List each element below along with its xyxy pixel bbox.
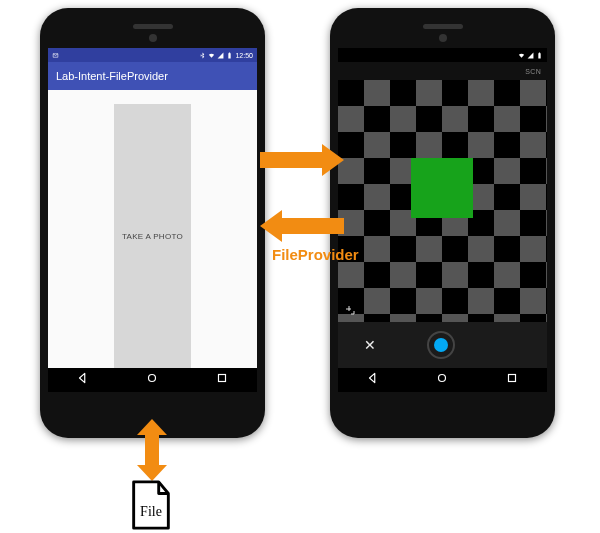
viewfinder-target-square xyxy=(411,158,473,218)
battery-icon xyxy=(226,52,233,59)
bluetooth-icon xyxy=(199,52,206,59)
mail-icon xyxy=(52,52,59,59)
exposure-icon[interactable] xyxy=(344,304,356,318)
android-nav-bar xyxy=(338,368,547,392)
file-label: File xyxy=(126,504,176,520)
shutter-dot-icon xyxy=(434,338,448,352)
svg-point-0 xyxy=(149,375,156,382)
camera-viewfinder[interactable] xyxy=(338,80,547,322)
app-title: Lab-Intent-FileProvider xyxy=(56,70,168,82)
camera-mode-label[interactable]: SCN xyxy=(525,68,541,75)
wifi-icon xyxy=(518,52,525,59)
phone-earpiece xyxy=(149,34,157,42)
nav-home-icon[interactable] xyxy=(435,371,449,389)
fileprovider-label: FileProvider xyxy=(272,246,359,263)
nav-recent-icon[interactable] xyxy=(215,371,229,389)
camera-screen: SCN ✕ xyxy=(338,48,547,392)
phone-camera-app: SCN ✕ xyxy=(330,8,555,438)
status-time: 12:50 xyxy=(235,52,253,59)
take-photo-button[interactable]: TAKE A PHOTO xyxy=(114,104,191,368)
app-title-bar: Lab-Intent-FileProvider xyxy=(48,62,257,90)
svg-rect-3 xyxy=(509,375,516,382)
arrow-intent-to-camera xyxy=(260,144,344,176)
camera-shutter-button[interactable] xyxy=(427,331,455,359)
svg-rect-1 xyxy=(219,375,226,382)
android-status-bar: 12:50 xyxy=(48,48,257,62)
svg-point-2 xyxy=(439,375,446,382)
battery-icon xyxy=(536,52,543,59)
camera-controls-bar: ✕ xyxy=(338,322,547,368)
app-screen: 12:50 Lab-Intent-FileProvider TAKE A PHO… xyxy=(48,48,257,392)
arrow-app-to-file xyxy=(142,419,162,481)
nav-home-icon[interactable] xyxy=(145,371,159,389)
signal-icon xyxy=(527,52,534,59)
nav-recent-icon[interactable] xyxy=(505,371,519,389)
camera-cancel-button[interactable]: ✕ xyxy=(364,338,376,352)
app-content-area: TAKE A PHOTO xyxy=(48,90,257,368)
file-icon: File xyxy=(126,480,176,532)
nav-back-icon[interactable] xyxy=(366,371,380,389)
arrow-result-from-camera xyxy=(260,210,344,242)
phone-earpiece xyxy=(439,34,447,42)
android-nav-bar xyxy=(48,368,257,392)
nav-back-icon[interactable] xyxy=(76,371,90,389)
android-status-bar xyxy=(338,48,547,62)
signal-icon xyxy=(217,52,224,59)
phone-app-main: 12:50 Lab-Intent-FileProvider TAKE A PHO… xyxy=(40,8,265,438)
camera-top-bar: SCN xyxy=(338,62,547,80)
wifi-icon xyxy=(208,52,215,59)
